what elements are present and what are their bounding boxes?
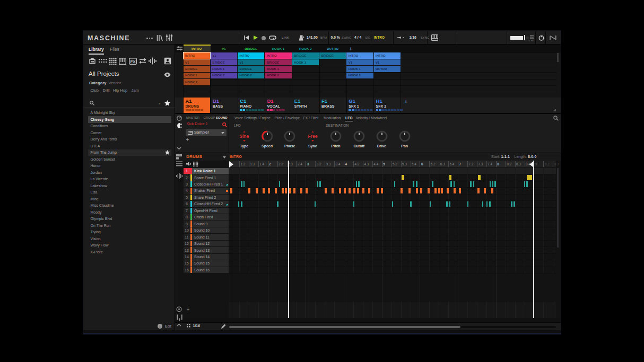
svg-text:FX: FX xyxy=(130,59,136,64)
